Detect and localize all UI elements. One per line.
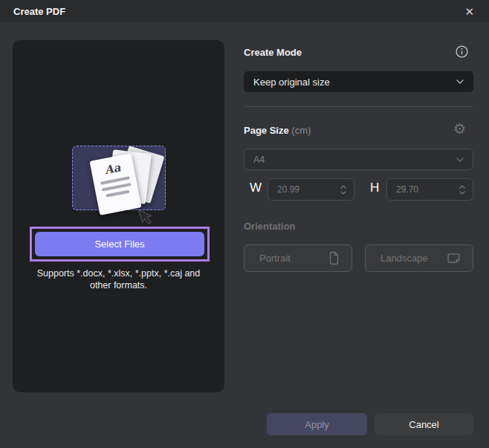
landscape-page-icon <box>447 253 461 264</box>
page-size-preset-dropdown: A4 <box>244 149 473 170</box>
chevron-down-icon <box>456 79 464 84</box>
supported-formats-text: Supports *.docx, *.xlsx, *.pptx, *.caj a… <box>13 267 224 291</box>
dialog-titlebar: Create PDF ✕ <box>0 0 489 22</box>
page-size-unit: (cm) <box>291 125 311 136</box>
section-divider <box>244 106 473 107</box>
create-mode-label: Create Mode <box>244 47 302 58</box>
height-label: H <box>370 181 379 195</box>
create-mode-dropdown[interactable]: Keep original size <box>244 71 473 92</box>
width-stepper <box>340 185 346 195</box>
chevron-up-icon <box>340 185 346 189</box>
chevron-up-icon <box>459 185 465 189</box>
height-input <box>396 184 448 195</box>
height-input-box <box>386 178 473 201</box>
width-input <box>277 184 329 195</box>
portrait-button-label: Portrait <box>259 253 291 264</box>
width-label: W <box>250 181 262 195</box>
page-size-label: Page Size (cm) <box>244 125 311 136</box>
chevron-down-icon <box>456 158 464 162</box>
chevron-down-icon <box>459 191 465 195</box>
portrait-page-icon <box>328 251 340 265</box>
landscape-button-label: Landscape <box>380 253 428 264</box>
file-drop-panel: Aa Select Files Supports *.docx, *.xlsx,… <box>13 40 224 392</box>
info-icon[interactable] <box>456 45 468 58</box>
cursor-arrow-icon <box>136 207 155 229</box>
cancel-button[interactable]: Cancel <box>375 413 473 435</box>
orientation-label: Orientation <box>244 221 295 232</box>
gear-icon: ⚙ <box>453 120 466 137</box>
portrait-button: Portrait <box>244 244 352 272</box>
landscape-button: Landscape <box>365 244 473 272</box>
dialog-title: Create PDF <box>13 6 65 17</box>
close-icon[interactable]: ✕ <box>462 4 477 19</box>
apply-button: Apply <box>267 413 367 435</box>
width-input-box <box>268 178 354 201</box>
chevron-down-icon <box>340 191 346 195</box>
select-files-button[interactable]: Select Files <box>35 232 204 256</box>
page-size-preset-value: A4 <box>253 155 265 165</box>
create-mode-selected-value: Keep original size <box>253 77 330 88</box>
height-stepper <box>459 185 465 195</box>
